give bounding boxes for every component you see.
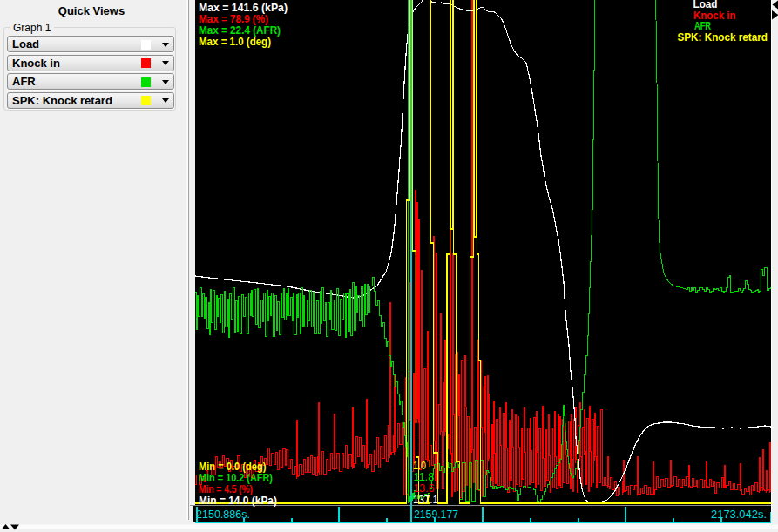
svg-text:Max = 1.0 (deg): Max = 1.0 (deg) [199, 35, 271, 48]
svg-text:2150.886s.: 2150.886s. [196, 508, 250, 521]
svg-text:Min = 14.0 (kPa): Min = 14.0 (kPa) [199, 494, 277, 507]
svg-text:2159.177: 2159.177 [414, 508, 458, 521]
svg-text:2173.042s.: 2173.042s. [711, 508, 767, 521]
svg-text:SPK: Knock retard: SPK: Knock retard [678, 30, 768, 44]
svg-text:137.1: 137.1 [413, 493, 438, 506]
